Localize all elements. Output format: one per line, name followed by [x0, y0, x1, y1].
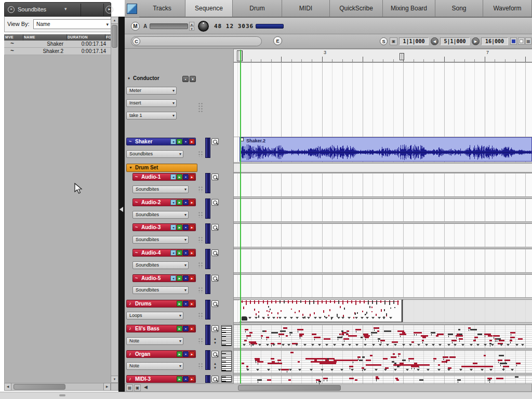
zoom-magnifier-icon[interactable]	[211, 224, 219, 231]
tab-quickscribe[interactable]: QuickScribe	[330, 0, 383, 17]
selection-mode-icon[interactable]: ▣	[390, 37, 397, 45]
track-grip[interactable]	[198, 338, 203, 344]
prev-marker-button[interactable]: ◀	[431, 37, 438, 45]
chunk-icon[interactable]	[127, 4, 137, 14]
piano-keyboard-icon[interactable]	[221, 325, 232, 346]
column-header-name[interactable]: NAME	[24, 35, 35, 39]
grid-snap-button[interactable]	[510, 37, 517, 45]
track-grip[interactable]	[198, 287, 203, 293]
track-red-button-drums[interactable]: ▸	[189, 301, 195, 307]
track-red-button-audio-4[interactable]: ▸	[189, 250, 195, 256]
track-red-button-elis-bass[interactable]: ▸	[189, 326, 195, 331]
track-green-button-elis-bass[interactable]: ▸	[177, 326, 182, 331]
selection-start-display[interactable]: 5|1|000	[440, 37, 470, 45]
track-green-button-audio-3[interactable]: ▸	[177, 224, 182, 230]
track-grip[interactable]	[198, 211, 203, 218]
track-grip[interactable]	[198, 151, 203, 157]
stepper-up-icon[interactable]: ▲	[189, 22, 194, 26]
drums-output-dropdown[interactable]: Loops▾	[126, 312, 183, 320]
zoom-magnifier-icon[interactable]	[211, 275, 219, 282]
tab-waveform[interactable]: Waveform	[483, 0, 532, 17]
conductor-view-button[interactable]: ▪	[182, 76, 189, 82]
tab-sequence[interactable]: Sequence	[185, 0, 233, 17]
track-green-button-audio-5[interactable]: ▸	[177, 275, 182, 281]
soundbite-name[interactable]: Shaker.2	[23, 48, 63, 54]
column-header-duration[interactable]: DURATION	[68, 35, 88, 39]
track-lightblue-button-audio-3[interactable]: ◂	[170, 224, 176, 230]
track-green-button-audio-2[interactable]: ▸	[177, 200, 182, 205]
track-red-button-audio-3[interactable]: ▸	[189, 224, 195, 230]
track-navy-button-audio-5[interactable]: ▪	[183, 275, 189, 281]
scroll-left-icon[interactable]: ◀	[144, 384, 148, 390]
tab-midi[interactable]: MIDI	[282, 0, 330, 17]
grid-view-icon[interactable]: ▦	[525, 37, 531, 45]
zoom-magnifier-icon[interactable]	[211, 249, 219, 256]
tab-tracks[interactable]: Tracks	[139, 0, 185, 17]
soundbite-row[interactable]: ~ Shaker 0:00:17.14	[4, 41, 111, 48]
tool-button[interactable]	[518, 37, 525, 45]
snapshot-icon[interactable]: ▣	[134, 384, 141, 391]
conductor-dropdown-0[interactable]: Meter▾	[126, 87, 177, 95]
track-red-button-midi-3[interactable]: ▸	[189, 376, 195, 382]
chevron-down-icon[interactable]: ▾	[64, 6, 67, 11]
zoom-magnifier-icon[interactable]	[211, 376, 219, 382]
track-green-button-audio-1[interactable]: ▸	[177, 174, 182, 180]
pitch-scroll-down-icon[interactable]: ▼	[212, 341, 218, 345]
vertical-scrollbar[interactable]	[111, 17, 118, 383]
track-navy-button-audio-1[interactable]: ▪	[183, 174, 189, 180]
track-green-button-midi-3[interactable]: ▸	[177, 376, 182, 382]
zoom-magnifier-icon[interactable]	[211, 300, 219, 307]
track-red-button-audio-2[interactable]: ▸	[189, 200, 195, 205]
zoom-magnifier-icon[interactable]	[211, 199, 219, 206]
piano-keyboard-icon[interactable]	[221, 351, 232, 371]
tab-mixing-board[interactable]: Mixing Board	[383, 0, 435, 17]
track-navy-button-audio-2[interactable]: ▪	[183, 200, 189, 205]
next-marker-button[interactable]: ▶	[472, 37, 480, 45]
track-red-button-shaker[interactable]: ▸	[189, 139, 195, 144]
tempo-slider[interactable]	[150, 23, 188, 29]
tab-song[interactable]: Song	[435, 0, 483, 17]
track-lightblue-button-audio-1[interactable]: ◂	[170, 174, 176, 180]
track-red-button-audio-5[interactable]: ▸	[189, 275, 195, 281]
selection-end-display[interactable]: 16|000	[481, 37, 508, 45]
pitch-scroll-up-icon[interactable]: ▲	[212, 337, 218, 341]
zoom-magnifier-icon[interactable]	[211, 325, 219, 332]
track-lightblue-button-audio-5[interactable]: ◂	[170, 275, 176, 281]
zoom-magnifier-icon[interactable]	[211, 351, 219, 357]
track-grip[interactable]	[198, 102, 203, 113]
memory-button[interactable]: M	[131, 22, 140, 31]
track-navy-button-drums[interactable]: ▪	[183, 301, 189, 307]
soundbites-panel-titlebar[interactable]: × Soundbites ▾ ▸	[4, 2, 111, 17]
vertical-scroll-thumb[interactable]	[112, 25, 117, 48]
track-lightblue-button-shaker[interactable]: ◂	[170, 139, 176, 144]
resize-nub[interactable]	[59, 394, 65, 396]
horizontal-scroll-thumb[interactable]	[14, 384, 65, 390]
track-navy-button-elis-bass[interactable]: ▪	[183, 326, 189, 331]
shaker-output-dropdown[interactable]: Soundbites▾	[126, 150, 183, 158]
soundbites-table-header[interactable]: MVE NAME DURATION FORM	[4, 34, 111, 41]
track-red-button-audio-1[interactable]: ▸	[189, 174, 195, 180]
conductor-dropdown-1[interactable]: Insert▾	[126, 99, 177, 107]
tab-drum[interactable]: Drum	[233, 0, 282, 17]
track-lightblue-button-audio-4[interactable]: ◂	[170, 250, 176, 256]
track-navy-button-organ[interactable]: ▪	[183, 351, 189, 357]
counter-c-button[interactable]: C	[132, 37, 140, 45]
audio-2-output-dropdown[interactable]: Soundbites▾	[132, 211, 189, 219]
conductor-dropdown-2[interactable]: take 1▾	[126, 112, 177, 119]
conductor-options-button[interactable]: ▾	[190, 76, 196, 82]
audio-1-output-dropdown[interactable]: Soundbites▾	[132, 185, 189, 193]
track-grip[interactable]	[198, 363, 203, 369]
track-green-button-drums[interactable]: ▸	[177, 301, 182, 307]
track-grip[interactable]	[198, 312, 203, 318]
selection-s-button[interactable]: S	[380, 37, 388, 45]
audio-3-output-dropdown[interactable]: Soundbites▾	[132, 236, 189, 244]
track-grip[interactable]	[198, 262, 203, 268]
piano-keyboard-icon[interactable]	[221, 376, 232, 382]
track-red-button-organ[interactable]: ▸	[189, 351, 195, 357]
playhead[interactable]	[240, 50, 241, 383]
track-grip[interactable]	[198, 186, 203, 192]
column-header-move[interactable]: MVE	[5, 35, 14, 39]
organ-output-dropdown[interactable]: Note▾	[126, 362, 183, 370]
chunk-name-field[interactable]: C	[131, 36, 262, 46]
scroll-up-icon[interactable]: ▲	[111, 17, 118, 24]
